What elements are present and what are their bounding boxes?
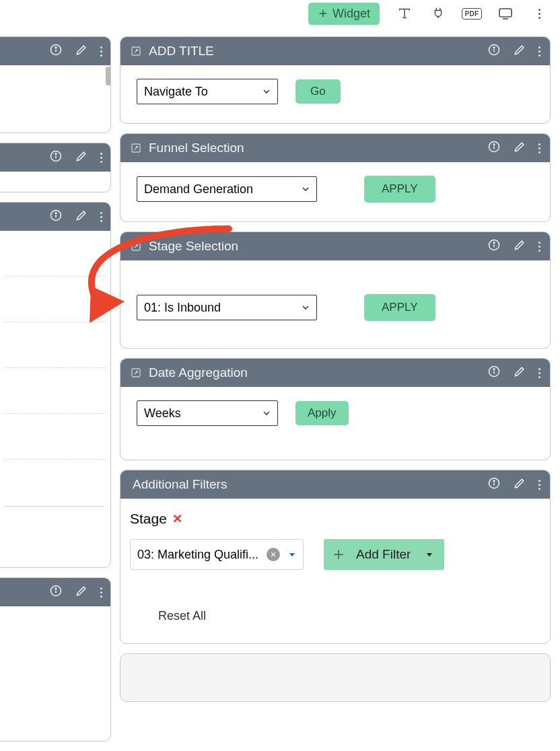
overflow-button[interactable] [100, 212, 102, 222]
brush-tool-button[interactable] [429, 5, 447, 22]
pdf-export-button[interactable]: PDF [463, 5, 481, 22]
overflow-button[interactable] [538, 46, 540, 57]
left-card-3 [0, 202, 111, 568]
kebab-icon [538, 9, 540, 19]
date-aggregation-body: Weeks Apply [120, 387, 550, 460]
text-tool-button[interactable] [396, 5, 413, 22]
left-card-1-body [0, 65, 110, 133]
plus-icon [332, 548, 345, 561]
overflow-button[interactable] [538, 480, 540, 490]
date-aggregation-select[interactable]: Weeks [137, 400, 278, 426]
kebab-icon [100, 212, 102, 222]
monitor-icon [497, 5, 514, 22]
chevron-down-icon [261, 408, 272, 419]
svg-marker-42 [427, 553, 432, 557]
kebab-icon [538, 46, 540, 57]
brush-icon [431, 6, 446, 21]
toolbar-overflow-button[interactable] [530, 5, 548, 22]
pencil-icon [75, 209, 88, 222]
left-card-4 [0, 577, 111, 742]
funnel-selection-header: Funnel Selection [120, 134, 550, 162]
overflow-button[interactable] [100, 587, 102, 598]
info-button[interactable] [487, 238, 501, 254]
date-aggregation-apply-button[interactable]: Apply [295, 401, 349, 425]
kebab-icon [538, 143, 540, 153]
add-filter-button[interactable]: Add Filter [324, 539, 444, 570]
edit-button[interactable] [513, 140, 526, 156]
info-button[interactable] [49, 209, 63, 225]
info-icon [49, 209, 63, 222]
navigate-to-value: Navigate To [144, 85, 208, 99]
info-icon [49, 43, 63, 57]
x-icon [270, 551, 277, 558]
edit-button[interactable] [75, 209, 88, 225]
edit-button[interactable] [75, 149, 88, 166]
edit-button[interactable] [75, 43, 88, 59]
remove-filter-button[interactable]: ✕ [172, 511, 182, 526]
info-button[interactable] [487, 365, 501, 381]
expand-icon [130, 240, 142, 252]
kebab-icon [100, 46, 102, 57]
empty-card [120, 653, 551, 702]
navigate-to-select[interactable]: Navigate To [137, 79, 278, 104]
svg-point-21 [493, 47, 495, 48]
add-title-heading: ADD TITLE [149, 44, 487, 59]
display-button[interactable] [497, 5, 514, 22]
left-card-2-body [0, 172, 110, 192]
overflow-button[interactable] [538, 368, 540, 378]
info-icon [487, 476, 501, 490]
pencil-icon [513, 238, 526, 252]
chevron-down-icon [300, 302, 311, 313]
chevron-down-icon [300, 184, 311, 194]
info-button[interactable] [49, 149, 63, 166]
info-icon [49, 584, 63, 598]
info-button[interactable] [487, 140, 501, 156]
funnel-select-value: Demand Generation [144, 182, 253, 196]
go-button[interactable]: Go [295, 79, 341, 104]
pencil-icon [513, 43, 526, 57]
date-aggregation-value: Weeks [144, 406, 181, 421]
overflow-button[interactable] [100, 46, 102, 57]
overflow-button[interactable] [538, 143, 540, 153]
edit-button[interactable] [513, 476, 526, 493]
plus-icon [318, 8, 328, 19]
pencil-icon [513, 476, 526, 490]
info-button[interactable] [49, 43, 63, 59]
overflow-button[interactable] [100, 153, 102, 163]
overflow-button[interactable] [538, 242, 540, 252]
svg-point-14 [55, 213, 57, 214]
left-card-2 [0, 143, 111, 192]
clear-filter-value-button[interactable] [267, 548, 280, 561]
edit-button[interactable] [513, 365, 526, 381]
left-card-4-header [0, 578, 110, 606]
stage-apply-button[interactable]: APPLY [364, 294, 435, 321]
left-card-3-body [0, 231, 110, 567]
info-button[interactable] [49, 584, 63, 600]
add-title-header: ADD TITLE [120, 37, 550, 65]
stage-selection-card: Stage Selection 01: Is Inbound APPLY [120, 231, 551, 349]
kebab-icon [100, 153, 102, 163]
reset-all-button[interactable]: Reset All [158, 609, 540, 623]
svg-marker-39 [289, 553, 295, 557]
filter-field-label: Stage [130, 511, 167, 527]
filter-value-select[interactable]: 03: Marketing Qualifi... [130, 539, 304, 570]
edit-button[interactable] [75, 584, 88, 600]
stage-selection-header: Stage Selection [120, 232, 550, 260]
info-button[interactable] [487, 43, 501, 59]
additional-filters-card: Additional Filters Stage ✕ 03: Marketing… [120, 470, 551, 644]
add-title-body: Navigate To Go [120, 65, 550, 123]
funnel-selection-body: Demand Generation APPLY [120, 162, 550, 221]
funnel-select[interactable]: Demand Generation [137, 176, 317, 202]
kebab-icon [100, 587, 102, 598]
edit-button[interactable] [513, 238, 526, 254]
widget-button[interactable]: Widget [308, 3, 380, 25]
stage-select[interactable]: 01: Is Inbound [137, 295, 317, 320]
info-button[interactable] [487, 476, 501, 493]
expand-icon [130, 142, 142, 154]
filter-value-dropdown-toggle[interactable] [288, 548, 296, 562]
scrollbar-thumb[interactable] [106, 67, 111, 85]
left-card-1 [0, 36, 111, 133]
edit-button[interactable] [513, 43, 526, 59]
pencil-icon [513, 365, 526, 378]
funnel-apply-button[interactable]: APPLY [364, 176, 435, 203]
